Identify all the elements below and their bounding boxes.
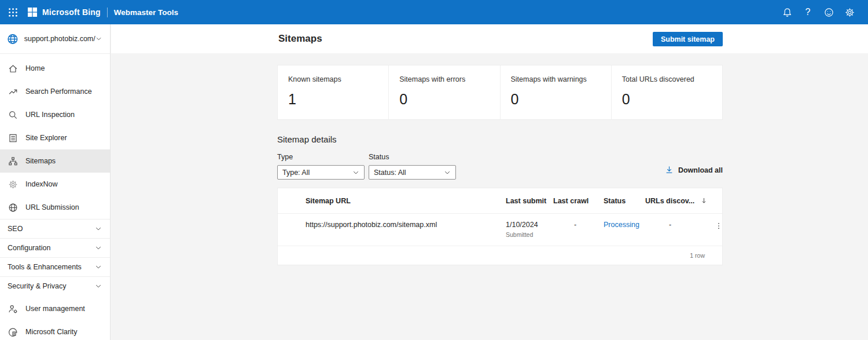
submit-sitemap-button[interactable]: Submit sitemap xyxy=(653,32,723,46)
help-button[interactable]: ? xyxy=(797,0,818,24)
row-count: 1 row xyxy=(690,252,705,259)
status-filter-dropdown[interactable]: Status: All xyxy=(369,165,456,180)
site-explorer-icon xyxy=(8,133,18,143)
feedback-smiley-icon xyxy=(824,8,834,17)
sidebar-item-indexnow[interactable]: IndexNow xyxy=(0,173,110,196)
sidebar-item-label: URL Submission xyxy=(25,203,79,211)
sidebar-item-label: Microsoft Clarity xyxy=(25,328,78,336)
page-header: Sitemaps Submit sitemap xyxy=(111,24,868,53)
sidebar-item-label: IndexNow xyxy=(25,180,58,188)
filter-row: Type Type: All Status Status: All Downlo… xyxy=(277,153,723,180)
column-header-sitemap-url[interactable]: Sitemap URL xyxy=(306,197,506,205)
sidebar-item-label: Sitemaps xyxy=(25,157,56,165)
section-label: SEO xyxy=(8,225,23,233)
home-icon xyxy=(8,64,18,74)
chevron-down-icon xyxy=(95,35,102,42)
sidebar-item-user-management[interactable]: User management xyxy=(0,297,110,320)
status-filter-label: Status xyxy=(369,153,456,161)
type-filter-value: Type: All xyxy=(282,169,352,177)
brand-text: Microsoft Bing xyxy=(42,8,101,17)
column-header-label: URLs discov... xyxy=(645,197,694,205)
stat-label: Total URLs discovered xyxy=(622,75,722,83)
site-globe-icon xyxy=(7,33,19,45)
type-filter-dropdown[interactable]: Type: All xyxy=(277,165,365,180)
type-filter-group: Type Type: All xyxy=(277,153,365,180)
status-filter-group: Status Status: All xyxy=(369,153,456,180)
sidebar-item-home[interactable]: Home xyxy=(0,57,110,80)
microsoft-logo-icon xyxy=(28,8,37,17)
help-icon: ? xyxy=(806,7,811,17)
brand-separator xyxy=(107,8,108,17)
table-row[interactable]: https://support.photobiz.com/sitemap.xml… xyxy=(278,214,722,246)
stat-value: 1 xyxy=(288,91,388,108)
sidebar: support.photobiz.com/ Home Search Perfor… xyxy=(0,24,111,340)
sidebar-item-url-inspection[interactable]: URL Inspection xyxy=(0,103,110,126)
table-footer: 1 row xyxy=(278,246,722,265)
section-label: Tools & Enhancements xyxy=(8,263,82,271)
download-all-label: Download all xyxy=(678,166,723,174)
app-launcher-waffle-icon[interactable] xyxy=(8,0,28,24)
sitemap-icon xyxy=(8,156,18,166)
column-header-status[interactable]: Status xyxy=(604,197,645,205)
sidebar-item-site-explorer[interactable]: Site Explorer xyxy=(0,126,110,149)
last-submit-note: Submitted xyxy=(506,231,553,238)
sidebar-item-microsoft-clarity[interactable]: Microsoft Clarity xyxy=(0,320,110,340)
stat-value: 0 xyxy=(511,91,611,108)
stat-label: Sitemaps with errors xyxy=(399,75,499,83)
status-cell[interactable]: Processing xyxy=(604,221,645,238)
column-header-last-crawl[interactable]: Last crawl xyxy=(553,197,604,205)
sidebar-nav: Home Search Performance URL Inspection S… xyxy=(0,54,110,219)
chevron-down-icon xyxy=(95,283,102,290)
sidebar-bottom-nav: User management Microsoft Clarity xyxy=(0,295,110,340)
download-all-link[interactable]: Download all xyxy=(665,166,723,174)
sidebar-item-sitemaps[interactable]: Sitemaps xyxy=(0,149,110,173)
sitemap-url-cell[interactable]: https://support.photobiz.com/sitemap.xml xyxy=(306,221,506,238)
column-header-urls-discovered[interactable]: URLs discov... xyxy=(645,197,713,205)
last-submit-date: 1/10/2024 xyxy=(506,221,553,229)
stat-card-known-sitemaps: Known sitemaps 1 xyxy=(278,65,389,119)
feedback-button[interactable] xyxy=(818,0,839,24)
sidebar-section-configuration[interactable]: Configuration xyxy=(0,238,110,257)
row-actions-cell xyxy=(713,221,724,238)
stat-label: Known sitemaps xyxy=(288,75,388,83)
sidebar-item-label: Home xyxy=(25,64,45,72)
clarity-icon xyxy=(8,327,18,337)
sidebar-section-seo[interactable]: SEO xyxy=(0,219,110,238)
section-heading-sitemap-details: Sitemap details xyxy=(277,134,723,144)
sidebar-section-tools-enhancements[interactable]: Tools & Enhancements xyxy=(0,257,110,276)
sidebar-item-label: User management xyxy=(25,305,85,313)
urls-discovered-cell: - xyxy=(645,221,713,238)
last-crawl-cell: - xyxy=(553,221,604,238)
notifications-button[interactable] xyxy=(777,0,797,24)
indexnow-gear-icon xyxy=(8,180,18,189)
type-filter-label: Type xyxy=(277,153,365,161)
last-submit-cell: 1/10/2024 Submitted xyxy=(506,221,553,238)
kebab-menu-icon xyxy=(715,222,723,230)
bell-icon xyxy=(782,8,792,17)
top-app-bar: Microsoft Bing Webmaster Tools ? xyxy=(0,0,868,24)
stat-card-sitemaps-with-errors: Sitemaps with errors 0 xyxy=(389,65,500,119)
sidebar-item-url-submission[interactable]: URL Submission xyxy=(0,196,110,219)
sidebar-item-search-performance[interactable]: Search Performance xyxy=(0,80,110,103)
settings-button[interactable] xyxy=(839,0,860,24)
sidebar-item-label: Search Performance xyxy=(25,87,92,96)
main-content: Sitemaps Submit sitemap Known sitemaps 1… xyxy=(111,24,868,340)
chevron-down-icon xyxy=(95,244,102,251)
row-menu-button[interactable] xyxy=(713,221,724,231)
section-label: Configuration xyxy=(8,244,50,252)
product-text: Webmaster Tools xyxy=(114,8,178,17)
bing-webmaster-logo[interactable]: Microsoft Bing Webmaster Tools xyxy=(28,8,178,17)
stat-card-total-urls-discovered: Total URLs discovered 0 xyxy=(612,65,722,119)
stat-value: 0 xyxy=(622,91,722,108)
column-header-last-submit[interactable]: Last submit xyxy=(506,197,553,205)
sidebar-section-security-privacy[interactable]: Security & Privacy xyxy=(0,276,110,295)
sidebar-item-label: Site Explorer xyxy=(25,134,67,142)
chevron-down-icon xyxy=(95,225,102,232)
stat-card-sitemaps-with-warnings: Sitemaps with warnings 0 xyxy=(501,65,612,119)
settings-gear-icon xyxy=(845,8,855,17)
section-label: Security & Privacy xyxy=(8,282,66,290)
chevron-down-icon xyxy=(95,264,102,270)
waffle-icon xyxy=(8,8,18,17)
table-header-row: Sitemap URL Last submit Last crawl Statu… xyxy=(278,188,722,214)
site-selector-dropdown[interactable]: support.photobiz.com/ xyxy=(0,24,110,54)
